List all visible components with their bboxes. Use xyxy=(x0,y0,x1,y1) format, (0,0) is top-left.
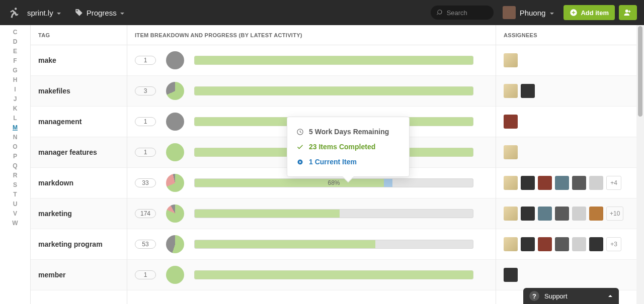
count-pill: 1 xyxy=(135,117,156,126)
assignee-avatar[interactable] xyxy=(504,237,518,251)
question-icon: ? xyxy=(529,291,539,301)
tooltip-current: 1 Current Item xyxy=(296,154,400,169)
support-widget[interactable]: ? Support xyxy=(523,288,619,304)
table-row: make1 xyxy=(30,45,644,76)
assignee-avatar[interactable] xyxy=(521,207,535,221)
search-box[interactable] xyxy=(431,6,494,20)
assignee-avatar[interactable] xyxy=(521,237,535,251)
assignee-avatar[interactable] xyxy=(589,207,603,221)
col-header-tag: TAG xyxy=(30,32,127,38)
progress-bar xyxy=(194,209,473,218)
add-user-button[interactable] xyxy=(619,5,637,20)
assignee-avatar[interactable] xyxy=(504,145,518,159)
assignee-avatar[interactable] xyxy=(504,53,518,67)
clock-icon xyxy=(296,128,304,136)
assignee-avatar[interactable] xyxy=(538,176,552,190)
assignee-avatar[interactable] xyxy=(504,84,518,98)
assignee-avatar[interactable] xyxy=(521,84,535,98)
workspace-switcher[interactable]: sprint.ly xyxy=(27,9,61,17)
progress-tooltip: 5 Work Days Remaining 23 Items Completed… xyxy=(287,117,410,177)
pie-icon xyxy=(166,143,184,161)
alpha-letter-M[interactable]: M xyxy=(13,123,18,132)
assignee-avatar[interactable] xyxy=(589,176,603,190)
tooltip-completed: 23 Items Completed xyxy=(296,139,400,154)
alpha-letter-V[interactable]: V xyxy=(13,209,17,218)
table-row: marketing174+10 xyxy=(30,198,644,229)
search-input[interactable] xyxy=(447,9,487,17)
alpha-letter-G[interactable]: G xyxy=(13,65,17,75)
assignee-avatar[interactable] xyxy=(538,237,552,251)
tag-link[interactable]: marketing program xyxy=(30,240,127,248)
alpha-letter-H[interactable]: H xyxy=(13,75,18,84)
alpha-letter-U[interactable]: U xyxy=(13,199,18,209)
assignee-avatar[interactable] xyxy=(572,176,586,190)
svg-point-0 xyxy=(76,10,77,11)
section-name: Progress xyxy=(87,9,117,17)
count-pill: 1 xyxy=(135,270,156,279)
alpha-letter-T[interactable]: T xyxy=(13,189,17,199)
chevron-down-icon xyxy=(56,10,61,15)
pie-icon xyxy=(166,205,184,223)
count-pill: 33 xyxy=(135,178,156,187)
tag-link[interactable]: markdown xyxy=(30,179,127,187)
assignee-avatar[interactable] xyxy=(504,268,518,282)
user-menu[interactable]: Phuong xyxy=(503,6,555,19)
scrollbar-thumb[interactable] xyxy=(638,26,642,117)
tag-link[interactable]: member xyxy=(30,271,127,279)
tag-link[interactable]: make xyxy=(30,56,127,64)
tag-link[interactable]: marketing xyxy=(30,210,127,218)
alpha-letter-R[interactable]: R xyxy=(13,170,18,180)
tag-link[interactable]: management xyxy=(30,118,127,126)
pie-icon xyxy=(166,51,184,69)
alpha-letter-D[interactable]: D xyxy=(13,37,18,46)
alpha-letter-I[interactable]: I xyxy=(14,84,16,94)
alpha-letter-K[interactable]: K xyxy=(13,104,18,113)
count-pill: 53 xyxy=(135,240,156,249)
more-assignees[interactable]: +10 xyxy=(606,207,623,221)
assignee-avatar[interactable] xyxy=(504,115,518,129)
plus-circle-icon xyxy=(570,9,578,17)
assignee-avatar[interactable] xyxy=(572,207,586,221)
assignee-avatar[interactable] xyxy=(504,207,518,221)
caret-up-icon xyxy=(608,292,613,300)
alpha-letter-C[interactable]: C xyxy=(13,27,18,37)
alpha-letter-E[interactable]: E xyxy=(13,46,17,56)
section-switcher[interactable]: Progress xyxy=(74,8,125,17)
alpha-letter-F[interactable]: F xyxy=(13,56,17,65)
chevron-down-icon xyxy=(549,10,554,15)
pie-icon xyxy=(166,235,184,253)
count-pill: 174 xyxy=(135,209,156,218)
progress-bar xyxy=(194,86,473,95)
alpha-letter-N[interactable]: N xyxy=(13,132,18,142)
assignee-avatar[interactable] xyxy=(521,176,535,190)
tag-link[interactable]: makefiles xyxy=(30,87,127,95)
assignee-avatar[interactable] xyxy=(555,176,569,190)
assignee-avatar[interactable] xyxy=(572,237,586,251)
alpha-letter-Q[interactable]: Q xyxy=(13,161,17,170)
assignee-avatar[interactable] xyxy=(589,237,603,251)
play-circle-icon xyxy=(296,158,304,166)
table-row: member1 xyxy=(30,260,644,290)
alpha-letter-S[interactable]: S xyxy=(13,180,17,189)
col-header-assignees: ASSIGNEES xyxy=(496,32,644,38)
count-pill: 3 xyxy=(135,86,156,95)
alpha-letter-J[interactable]: J xyxy=(14,94,17,104)
alpha-letter-P[interactable]: P xyxy=(13,151,17,161)
progress-bar xyxy=(194,56,473,65)
chevron-down-icon xyxy=(120,10,125,15)
assignee-avatar[interactable] xyxy=(504,176,518,190)
tag-link[interactable]: manager features xyxy=(30,148,127,156)
alpha-letter-L[interactable]: L xyxy=(13,113,17,123)
add-user-icon xyxy=(623,8,632,17)
count-pill: 1 xyxy=(135,56,156,65)
tooltip-days: 5 Work Days Remaining xyxy=(296,124,400,139)
add-item-button[interactable]: Add item xyxy=(564,5,615,20)
alpha-letter-W[interactable]: W xyxy=(12,218,18,228)
assignee-avatar[interactable] xyxy=(555,237,569,251)
more-assignees[interactable]: +3 xyxy=(606,237,621,251)
top-nav: sprint.ly Progress Phuong Add item xyxy=(0,0,644,25)
more-assignees[interactable]: +4 xyxy=(606,176,621,190)
assignee-avatar[interactable] xyxy=(555,207,569,221)
assignee-avatar[interactable] xyxy=(538,207,552,221)
alpha-letter-O[interactable]: O xyxy=(13,142,17,151)
